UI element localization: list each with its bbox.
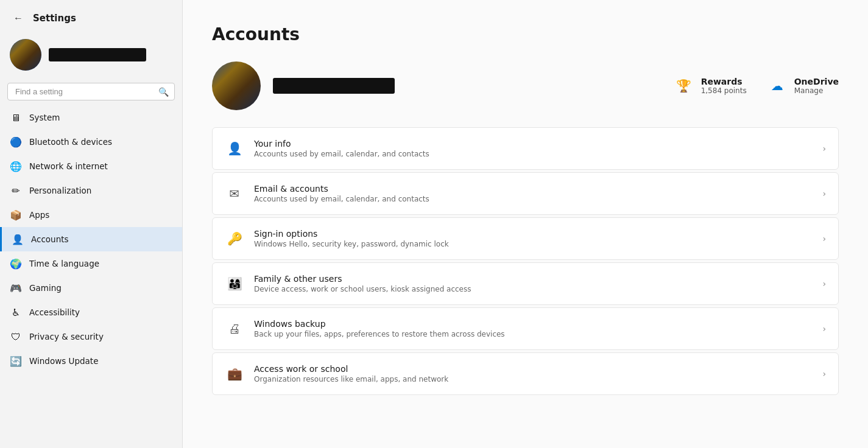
- email-accounts-desc: Accounts used by email, calendar, and co…: [254, 195, 813, 203]
- onedrive-info: OneDrive Manage: [794, 77, 839, 95]
- sidebar-label-personalization: Personalization: [29, 186, 91, 195]
- gaming-icon: 🎮: [10, 282, 22, 294]
- rewards-icon: 🏆: [673, 75, 695, 97]
- privacy-icon: 🛡: [10, 331, 22, 343]
- avatar: [10, 39, 41, 71]
- sidebar-item-accessibility[interactable]: ♿ Accessibility: [0, 300, 182, 324]
- sidebar-item-bluetooth[interactable]: 🔵 Bluetooth & devices: [0, 130, 182, 154]
- sidebar-label-system: System: [29, 113, 60, 122]
- account-rewards: 🏆 Rewards 1,584 points ☁️ OneDrive Manag…: [673, 75, 839, 97]
- windows-backup-title: Windows backup: [254, 319, 813, 329]
- windows-backup-desc: Back up your files, apps, preferences to…: [254, 330, 813, 338]
- sidebar-label-network: Network & internet: [29, 161, 108, 171]
- main-content: Accounts 🏆 Rewards 1,584 points ☁️ OneDr…: [183, 0, 868, 448]
- email-accounts-chevron: ›: [822, 189, 826, 198]
- time-icon: 🌍: [10, 257, 22, 270]
- family-chevron: ›: [822, 279, 826, 289]
- rewards-points: 1,584 points: [701, 86, 747, 95]
- sign-in-text: Sign-in options Windows Hello, security …: [254, 229, 813, 248]
- setting-row-family[interactable]: 👨‍👩‍👧 Family & other users Device access…: [212, 262, 839, 305]
- sign-in-icon: 🔑: [225, 229, 244, 248]
- windows-update-icon: 🔄: [10, 355, 22, 367]
- account-header: 🏆 Rewards 1,584 points ☁️ OneDrive Manag…: [212, 61, 839, 110]
- access-work-chevron: ›: [822, 369, 826, 379]
- access-work-desc: Organization resources like email, apps,…: [254, 375, 813, 383]
- setting-row-sign-in[interactable]: 🔑 Sign-in options Windows Hello, securit…: [212, 217, 839, 260]
- accessibility-icon: ♿: [10, 306, 22, 318]
- sidebar-item-network[interactable]: 🌐 Network & internet: [0, 154, 182, 178]
- sidebar-item-accounts[interactable]: 👤 Accounts: [0, 227, 182, 251]
- email-accounts-text: Email & accounts Accounts used by email,…: [254, 184, 813, 203]
- windows-backup-chevron: ›: [822, 324, 826, 334]
- sign-in-title: Sign-in options: [254, 229, 813, 239]
- family-desc: Device access, work or school users, kio…: [254, 285, 813, 293]
- family-text: Family & other users Device access, work…: [254, 274, 813, 293]
- back-button[interactable]: ←: [10, 10, 27, 27]
- nav-list: 🖥 System 🔵 Bluetooth & devices 🌐 Network…: [0, 105, 182, 448]
- sidebar-title: Settings: [33, 13, 76, 24]
- sidebar-item-personalization[interactable]: ✏️ Personalization: [0, 178, 182, 203]
- your-info-title: Your info: [254, 139, 813, 149]
- rewards-item[interactable]: 🏆 Rewards 1,584 points: [673, 75, 747, 97]
- setting-row-email-accounts[interactable]: ✉️ Email & accounts Accounts used by ema…: [212, 172, 839, 215]
- username-redacted: [49, 48, 146, 61]
- onedrive-title: OneDrive: [794, 77, 839, 86]
- sidebar-item-windows-update[interactable]: 🔄 Windows Update: [0, 349, 182, 373]
- accounts-icon: 👤: [12, 233, 24, 245]
- onedrive-icon: ☁️: [766, 75, 788, 97]
- system-icon: 🖥: [10, 111, 22, 124]
- search-input[interactable]: [7, 83, 175, 100]
- sidebar-item-system[interactable]: 🖥 System: [0, 105, 182, 130]
- sidebar-label-bluetooth: Bluetooth & devices: [29, 137, 112, 147]
- sidebar-label-time: Time & language: [29, 259, 99, 268]
- family-icon: 👨‍👩‍👧: [225, 274, 244, 293]
- email-accounts-icon: ✉️: [225, 184, 244, 203]
- your-info-icon: 👤: [225, 139, 244, 158]
- setting-row-access-work[interactable]: 💼 Access work or school Organization res…: [212, 352, 839, 395]
- sidebar-label-accessibility: Accessibility: [29, 307, 80, 317]
- setting-row-your-info[interactable]: 👤 Your info Accounts used by email, cale…: [212, 127, 839, 170]
- sidebar-item-gaming[interactable]: 🎮 Gaming: [0, 276, 182, 300]
- sidebar-label-gaming: Gaming: [29, 283, 62, 293]
- sidebar-item-time[interactable]: 🌍 Time & language: [0, 251, 182, 276]
- email-accounts-title: Email & accounts: [254, 184, 813, 194]
- windows-backup-text: Windows backup Back up your files, apps,…: [254, 319, 813, 338]
- setting-row-windows-backup[interactable]: 🖨 Windows backup Back up your files, app…: [212, 307, 839, 350]
- sign-in-desc: Windows Hello, security key, password, d…: [254, 240, 813, 248]
- rewards-info: Rewards 1,584 points: [701, 77, 747, 95]
- user-profile: [0, 34, 182, 80]
- sidebar-label-apps: Apps: [29, 210, 49, 220]
- network-icon: 🌐: [10, 160, 22, 172]
- access-work-title: Access work or school: [254, 364, 813, 374]
- sidebar-item-privacy[interactable]: 🛡 Privacy & security: [0, 324, 182, 349]
- settings-list: 👤 Your info Accounts used by email, cale…: [212, 127, 839, 396]
- access-work-text: Access work or school Organization resou…: [254, 364, 813, 383]
- your-info-chevron: ›: [822, 144, 826, 153]
- onedrive-manage: Manage: [794, 86, 839, 95]
- sidebar-item-apps[interactable]: 📦 Apps: [0, 203, 182, 227]
- your-info-desc: Accounts used by email, calendar, and co…: [254, 150, 813, 158]
- account-name-redacted: [273, 78, 395, 94]
- bluetooth-icon: 🔵: [10, 136, 22, 148]
- onedrive-item[interactable]: ☁️ OneDrive Manage: [766, 75, 839, 97]
- sidebar-label-accounts: Accounts: [31, 234, 69, 244]
- access-work-icon: 💼: [225, 364, 244, 383]
- sidebar-header: ← Settings: [0, 0, 182, 34]
- rewards-title: Rewards: [701, 77, 747, 86]
- windows-backup-icon: 🖨: [225, 319, 244, 338]
- personalization-icon: ✏️: [10, 184, 22, 197]
- sidebar-label-privacy: Privacy & security: [29, 332, 104, 341]
- search-box: 🔍: [7, 83, 175, 100]
- your-info-text: Your info Accounts used by email, calend…: [254, 139, 813, 158]
- account-avatar: [212, 61, 261, 110]
- page-title: Accounts: [212, 24, 839, 44]
- search-icon: 🔍: [158, 87, 169, 97]
- sidebar: ← Settings 🔍 🖥 System 🔵 Bluetooth & devi…: [0, 0, 183, 448]
- sidebar-label-windows-update: Windows Update: [29, 356, 98, 366]
- avatar-image: [10, 39, 41, 71]
- apps-icon: 📦: [10, 209, 22, 221]
- sign-in-chevron: ›: [822, 234, 826, 243]
- family-title: Family & other users: [254, 274, 813, 284]
